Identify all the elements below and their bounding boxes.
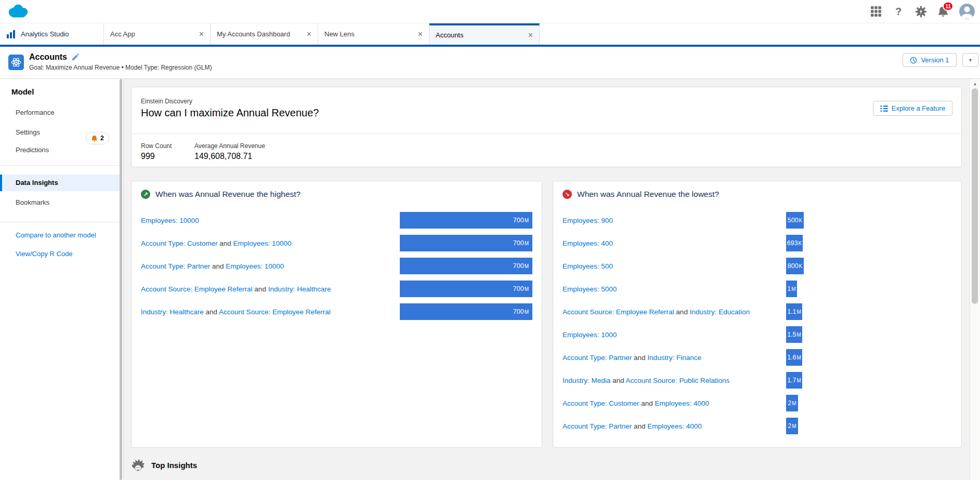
insight-row-label: Employees: 1000 bbox=[563, 331, 617, 339]
edit-pencil-icon[interactable] bbox=[71, 54, 79, 61]
tab-analytics-studio[interactable]: Analytics Studio bbox=[0, 23, 104, 45]
insight-bar[interactable]: 700M bbox=[400, 303, 532, 320]
insight-link[interactable]: Industry: Healthcare bbox=[268, 285, 331, 293]
insight-row: Account Type: Customer and Employees: 10… bbox=[132, 232, 542, 255]
sidebar-scrollbar-thumb[interactable] bbox=[120, 79, 122, 480]
close-tab-icon[interactable]: × bbox=[413, 29, 423, 39]
global-header: ? 11 bbox=[0, 0, 980, 23]
insight-conjunction: and bbox=[632, 354, 647, 362]
insight-link[interactable]: Employees: 10000 bbox=[233, 239, 292, 247]
insight-link[interactable]: Account Source: Employee Referral bbox=[141, 285, 253, 293]
sidebar-item-data-insights[interactable]: Data Insights bbox=[0, 175, 120, 191]
insight-bar[interactable]: 700M bbox=[400, 258, 532, 274]
close-tab-icon[interactable]: × bbox=[302, 29, 311, 39]
tab-accounts[interactable]: Accounts × bbox=[429, 23, 540, 45]
top-insights-title: Top Insights bbox=[151, 461, 197, 470]
insight-link[interactable]: Employees: 4000 bbox=[655, 399, 709, 407]
insight-link[interactable]: Account Source: Public Relations bbox=[626, 377, 730, 384]
insight-row: Employees: 5000 1M bbox=[553, 277, 961, 300]
vertical-scrollbar: ▲ bbox=[970, 79, 980, 480]
user-avatar[interactable] bbox=[959, 4, 975, 19]
clock-icon bbox=[910, 57, 917, 64]
insight-link[interactable]: Account Source: Employee Referral bbox=[563, 308, 674, 316]
insight-link[interactable]: Employees: 10000 bbox=[226, 262, 284, 270]
insight-bar[interactable]: 800K bbox=[786, 258, 804, 274]
page-header: Accounts Goal: Maximize Annual Revenue •… bbox=[0, 47, 980, 79]
insight-link[interactable]: Account Type: Customer bbox=[141, 239, 218, 247]
insight-link[interactable]: Industry: Media bbox=[563, 377, 610, 384]
tab-label: Accounts bbox=[436, 31, 463, 39]
insight-row: Account Type: Customer and Employees: 40… bbox=[553, 392, 961, 415]
help-icon[interactable]: ? bbox=[892, 5, 905, 18]
lowest-revenue-card: ↘ When was Annual Revenue the lowest? Em… bbox=[553, 181, 962, 448]
insight-bar[interactable]: 1.7M bbox=[786, 372, 802, 389]
insight-bar[interactable]: 1.5M bbox=[786, 326, 802, 343]
insight-row-label: Employees: 500 bbox=[563, 262, 613, 270]
page-title: Accounts bbox=[29, 52, 67, 62]
insight-bar[interactable]: 700M bbox=[400, 212, 532, 229]
vertical-scrollbar-thumb[interactable] bbox=[972, 88, 978, 304]
insight-link[interactable]: Employees: 10000 bbox=[141, 217, 199, 224]
insight-bar[interactable]: 1M bbox=[786, 281, 797, 297]
insight-row: Industry: Healthcare and Account Source:… bbox=[132, 300, 542, 323]
tab-label: My Accounts Dashboard bbox=[217, 30, 290, 38]
insight-row: Industry: Media and Account Source: Publ… bbox=[553, 369, 961, 392]
header-more-actions-button[interactable]: ▼ bbox=[962, 53, 978, 67]
app-launcher-icon[interactable] bbox=[870, 5, 882, 18]
insight-conjunction: and bbox=[674, 308, 690, 316]
tab-new-lens[interactable]: New Lens × bbox=[318, 23, 429, 45]
model-subtitle: Goal: Maximize Annual Revenue • Model Ty… bbox=[29, 64, 212, 71]
insight-link[interactable]: Industry: Education bbox=[690, 308, 750, 316]
view-copy-r-code-link[interactable]: View/Copy R Code bbox=[16, 250, 73, 258]
insight-conjunction: and bbox=[218, 239, 233, 247]
insight-row-label: Industry: Media and Account Source: Publ… bbox=[563, 377, 729, 384]
notifications-bell-icon[interactable]: 11 bbox=[937, 5, 949, 18]
version-button[interactable]: Version 1 bbox=[903, 53, 957, 67]
tab-acc-app[interactable]: Acc App × bbox=[104, 23, 211, 45]
scroll-up-arrow-icon[interactable]: ▲ bbox=[970, 82, 980, 86]
insight-link[interactable]: Employees: 5000 bbox=[563, 285, 617, 293]
insight-link[interactable]: Account Source: Employee Referral bbox=[219, 308, 331, 316]
insight-bar[interactable]: 700M bbox=[400, 235, 532, 251]
sidebar-item-performance[interactable]: Performance 2 bbox=[0, 104, 120, 121]
close-tab-icon[interactable]: × bbox=[523, 30, 533, 41]
sidebar-item-predictions[interactable]: Predictions bbox=[0, 142, 120, 158]
explore-a-feature-button[interactable]: Explore a Feature bbox=[873, 101, 952, 116]
insight-bar[interactable]: 2M bbox=[786, 418, 798, 434]
insight-link[interactable]: Industry: Finance bbox=[647, 354, 701, 362]
insight-bar[interactable]: 500K bbox=[786, 212, 804, 229]
close-tab-icon[interactable]: × bbox=[194, 29, 204, 39]
chevron-down-icon: ▼ bbox=[968, 58, 973, 63]
tab-label: New Lens bbox=[324, 30, 355, 38]
insight-bar[interactable]: 700M bbox=[400, 281, 532, 297]
insight-link[interactable]: Account Type: Partner bbox=[141, 262, 210, 270]
sidebar-item-settings[interactable]: Settings bbox=[0, 124, 120, 141]
average-revenue-value: 149,608,708.71 bbox=[194, 152, 265, 161]
insight-bar[interactable]: 693K bbox=[786, 235, 803, 251]
insight-link[interactable]: Industry: Healthcare bbox=[141, 308, 204, 316]
insight-bar[interactable]: 2M bbox=[786, 395, 798, 411]
tab-label: Acc App bbox=[110, 30, 135, 38]
question-card: Einstein Discovery How can I maximize An… bbox=[131, 87, 962, 167]
insight-link[interactable]: Account Type: Customer bbox=[563, 399, 639, 407]
setup-gear-icon[interactable] bbox=[914, 5, 927, 18]
insight-link[interactable]: Employees: 900 bbox=[563, 217, 613, 224]
insight-link[interactable]: Employees: 400 bbox=[563, 239, 613, 247]
insight-conjunction: and bbox=[204, 308, 219, 316]
insight-bar[interactable]: 1.6M bbox=[786, 349, 802, 366]
sidebar-item-bookmarks[interactable]: Bookmarks bbox=[0, 194, 120, 211]
insight-link[interactable]: Account Type: Partner bbox=[563, 354, 632, 362]
insight-link[interactable]: Account Type: Partner bbox=[563, 422, 632, 430]
insight-link[interactable]: Employees: 1000 bbox=[563, 331, 617, 339]
compare-model-link[interactable]: Compare to another model bbox=[16, 231, 96, 239]
insight-row: Account Source: Employee Referral and In… bbox=[553, 300, 961, 323]
insight-row-label: Employees: 400 bbox=[563, 239, 613, 247]
insight-row-label: Employees: 5000 bbox=[563, 285, 617, 293]
tab-my-accounts-dashboard[interactable]: My Accounts Dashboard × bbox=[211, 23, 318, 45]
insight-bar[interactable]: 1.1M bbox=[786, 303, 802, 320]
insight-link[interactable]: Employees: 4000 bbox=[647, 422, 701, 430]
insight-card-title: When was Annual Revenue the lowest? bbox=[577, 190, 719, 199]
insight-row-label: Account Type: Partner and Employees: 400… bbox=[563, 422, 702, 430]
insight-link[interactable]: Employees: 500 bbox=[563, 262, 613, 270]
sidebar-divider bbox=[0, 222, 120, 222]
